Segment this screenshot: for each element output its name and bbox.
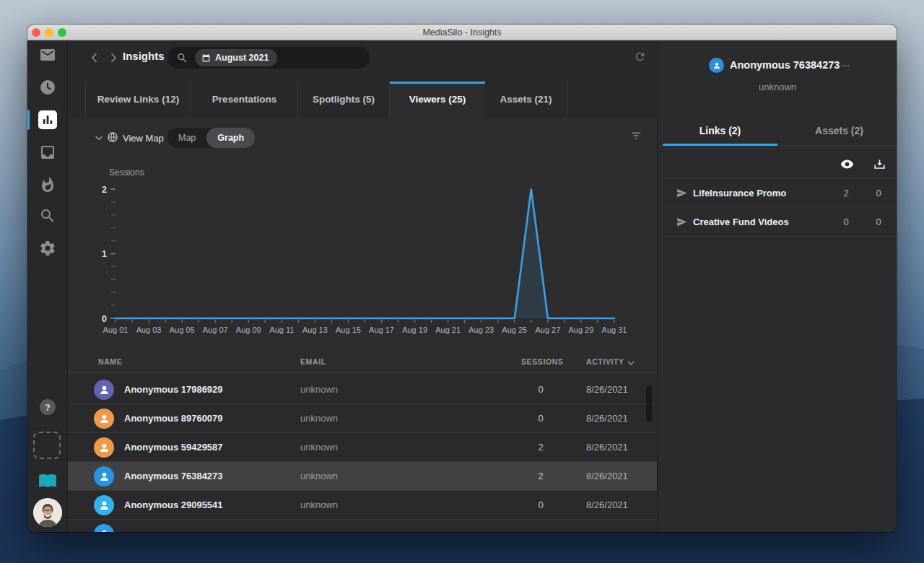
svg-text:Aug 11: Aug 11 (269, 326, 294, 334)
svg-text:Aug 13: Aug 13 (302, 326, 328, 334)
view-map-label: View Map (123, 133, 164, 144)
viewer-name: Anonymous 17986929 (124, 375, 223, 404)
viewer-email: unknown (300, 491, 338, 520)
viewer-avatar (94, 466, 114, 486)
table-row[interactable]: Anonymous 89760079unknown08/26/2021 (68, 404, 657, 433)
table-row[interactable]: Anonymous 17986929unknown08/26/2021 (68, 375, 657, 404)
links-list: LifeInsurance Promo20Creative Fund Video… (658, 178, 897, 237)
user-avatar[interactable] (33, 498, 62, 527)
main-content: Insights August 2021 Review Links (12)Pr… (68, 40, 657, 532)
archive-box-icon[interactable] (39, 144, 56, 161)
svg-text:Aug 05: Aug 05 (170, 326, 195, 334)
flame-icon[interactable] (39, 176, 56, 193)
svg-text:Aug 17: Aug 17 (369, 326, 394, 334)
tab-viewers-25[interactable]: Viewers (25) (390, 82, 485, 117)
column-header-email[interactable]: EMAIL (300, 357, 326, 366)
link-row[interactable]: LifeInsurance Promo20 (664, 178, 897, 207)
viewer-activity: 8/26/2021 (586, 404, 628, 433)
svg-text:Aug 03: Aug 03 (136, 326, 162, 334)
link-row[interactable]: Creative Fund Videos00 (664, 207, 897, 237)
table-row[interactable]: Anonymous 59429587unknown28/26/2021 (68, 433, 657, 462)
viewers-table: Anonymous 17986929unknown08/26/2021Anony… (68, 375, 657, 532)
app-window: MediaSilo - Insights ? Insights August 2… (27, 25, 897, 532)
tab-presentations[interactable]: Presentations (191, 82, 298, 117)
table-row[interactable]: Anonymous 29095541unknown08/26/2021 (68, 491, 657, 520)
bar-chart-icon[interactable] (38, 110, 57, 129)
dashed-placeholder-icon[interactable] (33, 432, 61, 459)
viewer-sessions: 0 (515, 404, 566, 433)
viewer-sessions: 2 (515, 433, 566, 462)
viewer-name: Anonymous 29095541 (124, 491, 223, 520)
viewer-email: unknown (300, 375, 338, 404)
svg-text:Aug 23: Aug 23 (468, 326, 494, 334)
viewer-activity: 8/26/2021 (586, 375, 628, 404)
viewer-name: Anonymous 59429587 (124, 433, 223, 462)
column-header-activity[interactable]: ACTIVITY (586, 357, 624, 366)
mail-icon[interactable] (39, 46, 56, 64)
gear-icon[interactable] (39, 240, 56, 257)
viewer-avatar (94, 409, 114, 429)
svg-text:Aug 09: Aug 09 (236, 326, 261, 334)
table-scrollbar[interactable] (646, 385, 652, 422)
column-header-name[interactable]: NAME (98, 357, 122, 366)
viewer-activity: 8/26/2021 (586, 433, 628, 462)
detail-tabs: Links (2)Assets (2) (658, 115, 897, 146)
viewer-email: unknown (300, 404, 338, 433)
paper-plane-icon (676, 217, 687, 227)
calendar-icon (201, 53, 211, 63)
forward-button[interactable] (107, 51, 120, 64)
viewer-name: Anonymous 76384273 (730, 59, 840, 71)
detail-panel: Anonymous 76384273 unknown Links (2)Asse… (657, 40, 897, 532)
paper-plane-icon (676, 188, 687, 198)
viewer-email: unknown (658, 82, 897, 92)
date-filter-label: August 2021 (215, 53, 269, 63)
detail-tab-links-2[interactable]: Links (2) (663, 115, 777, 145)
date-filter-chip[interactable]: August 2021 (195, 49, 277, 66)
search-input[interactable]: August 2021 (167, 47, 370, 69)
viewer-activity: 8/26/2021 (586, 491, 628, 520)
collapse-chevron-icon[interactable] (94, 133, 104, 143)
toggle-option-graph[interactable]: Graph (206, 128, 255, 148)
svg-text:0: 0 (102, 314, 107, 324)
more-options-icon[interactable] (839, 61, 852, 71)
sort-chevron-icon[interactable] (627, 357, 635, 366)
back-button[interactable] (88, 51, 101, 64)
book-icon[interactable] (38, 471, 57, 489)
svg-text:Aug 29: Aug 29 (568, 326, 593, 334)
table-row[interactable]: Anonymous 76384273unknown28/26/2021 (68, 462, 657, 491)
zoom-window-button[interactable] (58, 28, 66, 37)
app-sidebar: ? (27, 40, 68, 532)
search-icon[interactable] (39, 207, 56, 224)
svg-text:Aug 25: Aug 25 (502, 326, 527, 334)
svg-text:Aug 15: Aug 15 (336, 326, 361, 334)
downloads-column-icon (873, 157, 886, 171)
link-views: 0 (832, 207, 860, 237)
refresh-button[interactable] (634, 51, 646, 63)
filter-icon[interactable] (629, 129, 642, 142)
link-name: LifeInsurance Promo (693, 178, 786, 208)
minimize-window-button[interactable] (45, 28, 53, 37)
globe-icon (107, 131, 118, 143)
viewer-avatar (94, 437, 114, 458)
tab-review-links-12[interactable]: Review Links (12) (85, 82, 191, 117)
section-tabs: Review Links (12)PresentationsSpotlights… (85, 82, 567, 117)
toggle-option-map[interactable]: Map (167, 128, 206, 148)
viewer-name: Anonymous 89760079 (124, 404, 223, 433)
table-row-partial[interactable] (68, 520, 657, 532)
viewer-email: unknown (300, 433, 338, 462)
link-downloads: 0 (864, 207, 893, 237)
help-icon[interactable]: ? (40, 399, 56, 415)
column-header-sessions[interactable]: SESSIONS (521, 357, 563, 366)
viewer-avatar (94, 380, 114, 400)
map-graph-toggle: MapGraph (167, 128, 255, 148)
table-header: NAME EMAIL SESSIONS ACTIVITY (68, 352, 657, 372)
close-window-button[interactable] (32, 28, 40, 37)
tab-spotlights-5[interactable]: Spotlights (5) (298, 82, 390, 117)
clock-icon[interactable] (39, 79, 56, 96)
viewer-avatar (709, 58, 724, 73)
search-icon (176, 52, 188, 64)
link-views: 2 (832, 178, 860, 208)
tab-assets-21[interactable]: Assets (21) (485, 82, 567, 117)
detail-tab-assets-2[interactable]: Assets (2) (782, 115, 897, 145)
viewer-sessions: 0 (515, 491, 566, 520)
